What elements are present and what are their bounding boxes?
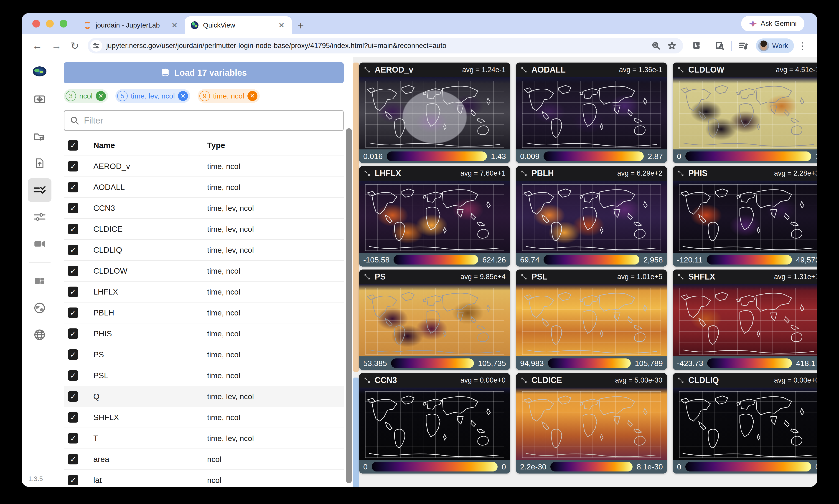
map-card[interactable]: PBLH avg = 6.29e+2 69.74 2,958: [516, 166, 667, 267]
minimize-window-button[interactable]: [46, 20, 54, 28]
map-card[interactable]: PHIS avg = 2.28e+3 -120.11 49,572: [673, 166, 817, 267]
row-checkbox[interactable]: ✓: [68, 391, 78, 402]
map-image[interactable]: [359, 388, 510, 460]
variable-list-icon[interactable]: [28, 178, 51, 202]
map-image[interactable]: [359, 284, 510, 356]
close-tab-icon[interactable]: ✕: [170, 21, 179, 30]
row-checkbox[interactable]: ✓: [68, 328, 78, 339]
dimension-chip[interactable]: 3 ncol ✕: [64, 89, 108, 103]
map-card[interactable]: CLDLOW avg = 4.51e-1 0 1: [673, 62, 817, 163]
extensions-icon[interactable]: [692, 41, 701, 50]
bookmark-star-icon[interactable]: [668, 41, 676, 50]
camera-icon[interactable]: [28, 232, 51, 256]
folder-sync-icon[interactable]: [28, 125, 51, 148]
file-upload-icon[interactable]: [28, 151, 51, 175]
url-text[interactable]: jupyter.nersc.gov/user/jourdain/perlmutt…: [106, 42, 648, 50]
map-image[interactable]: [516, 284, 667, 356]
row-checkbox[interactable]: ✓: [68, 287, 78, 297]
table-row[interactable]: ✓ Q time, lev, ncol: [64, 386, 344, 407]
map-image[interactable]: [516, 77, 667, 149]
ask-gemini-button[interactable]: Ask Gemini: [741, 16, 804, 31]
row-checkbox[interactable]: ✓: [68, 266, 78, 276]
close-window-button[interactable]: [32, 20, 40, 28]
table-scrollbar[interactable]: [346, 128, 352, 483]
select-all-checkbox[interactable]: ✓: [68, 140, 78, 150]
expand-icon[interactable]: [677, 273, 684, 280]
map-card[interactable]: LHFLX avg = 7.60e+1 -105.58 624.26: [359, 166, 510, 267]
map-card[interactable]: SHFLX avg = 1.31e+1 -423.73 418.17: [673, 270, 817, 370]
table-row[interactable]: ✓ AEROD_v time, ncol: [64, 156, 344, 177]
expand-icon[interactable]: [521, 377, 527, 384]
map-card[interactable]: PSL avg = 1.01e+5 94,983 105,789: [516, 270, 667, 370]
row-checkbox[interactable]: ✓: [68, 161, 78, 172]
table-row[interactable]: ✓ PBLH time, ncol: [64, 303, 344, 323]
profile-chip[interactable]: Work: [756, 38, 794, 53]
table-row[interactable]: ✓ lat ncol: [64, 470, 344, 487]
map-image[interactable]: [673, 181, 817, 253]
expand-view-icon[interactable]: [28, 87, 51, 111]
expand-icon[interactable]: [521, 170, 527, 177]
dimension-chip[interactable]: 9 time, ncol ✕: [197, 89, 260, 103]
media-controls-icon[interactable]: [739, 41, 748, 51]
table-row[interactable]: ✓ PS time, ncol: [64, 344, 344, 365]
table-row[interactable]: ✓ PSL time, ncol: [64, 365, 344, 386]
map-image[interactable]: [516, 181, 667, 253]
sliders-icon[interactable]: [28, 205, 51, 229]
table-row[interactable]: ✓ CLDICE time, lev, ncol: [64, 219, 344, 240]
map-image[interactable]: [359, 77, 510, 149]
row-checkbox[interactable]: ✓: [68, 245, 78, 255]
row-checkbox[interactable]: ✓: [68, 224, 78, 234]
table-row[interactable]: ✓ LHFLX time, ncol: [64, 282, 344, 303]
expand-icon[interactable]: [364, 273, 370, 280]
zoom-icon[interactable]: [652, 41, 660, 50]
expand-icon[interactable]: [521, 67, 527, 73]
expand-icon[interactable]: [677, 377, 684, 384]
filter-box[interactable]: [64, 110, 344, 131]
site-settings-icon[interactable]: [90, 40, 102, 52]
row-checkbox[interactable]: ✓: [68, 370, 78, 381]
chip-close-icon[interactable]: ✕: [247, 91, 258, 101]
reload-icon[interactable]: ↻: [66, 40, 84, 52]
map-card[interactable]: CLDLIQ avg = 0.00e+0 0 0: [673, 373, 817, 473]
back-arrow-icon[interactable]: ←: [28, 40, 47, 51]
layout-icon[interactable]: [28, 269, 51, 293]
expand-icon[interactable]: [364, 67, 370, 73]
map-image[interactable]: [516, 388, 667, 460]
earth-solid-icon[interactable]: [28, 296, 51, 320]
expand-icon[interactable]: [677, 67, 684, 73]
map-image[interactable]: [673, 77, 817, 149]
dimension-chip[interactable]: 5 time, lev, ncol ✕: [116, 89, 190, 103]
map-card[interactable]: AEROD_v avg = 1.24e-1 0.016 1.43: [359, 62, 510, 163]
table-row[interactable]: ✓ AODALL time, ncol: [64, 177, 344, 198]
map-card[interactable]: PS avg = 9.85e+4 53,385 105,735: [359, 270, 510, 370]
load-variables-button[interactable]: Load 17 variables: [64, 62, 344, 83]
table-row[interactable]: ✓ T time, lev, ncol: [64, 428, 344, 449]
close-tab-icon[interactable]: ✕: [277, 21, 286, 30]
table-row[interactable]: ✓ CCN3 time, lev, ncol: [64, 198, 344, 219]
app-logo-earth[interactable]: [33, 67, 47, 76]
row-checkbox[interactable]: ✓: [68, 433, 78, 444]
tab-quickview[interactable]: QuickView ✕: [185, 16, 292, 34]
tab-search-icon[interactable]: [715, 41, 724, 51]
expand-icon[interactable]: [364, 377, 370, 384]
row-checkbox[interactable]: ✓: [68, 182, 78, 193]
map-image[interactable]: [673, 284, 817, 356]
address-bar[interactable]: jupyter.nersc.gov/user/jourdain/perlmutt…: [88, 38, 683, 53]
zoom-window-button[interactable]: [59, 20, 67, 28]
table-row[interactable]: ✓ CLDLOW time, ncol: [64, 260, 344, 282]
map-card[interactable]: AODALL avg = 1.36e-1 0.009 2.87: [516, 62, 667, 163]
row-checkbox[interactable]: ✓: [68, 454, 78, 464]
row-checkbox[interactable]: ✓: [68, 307, 78, 318]
table-row[interactable]: ✓ SHFLX time, ncol: [64, 407, 344, 428]
table-row[interactable]: ✓ PHIS time, ncol: [64, 323, 344, 344]
forward-arrow-icon[interactable]: →: [47, 40, 66, 51]
expand-icon[interactable]: [677, 170, 684, 177]
map-image[interactable]: [673, 388, 817, 460]
row-checkbox[interactable]: ✓: [68, 203, 78, 213]
more-menu-icon[interactable]: ⋮: [798, 40, 807, 51]
chip-close-icon[interactable]: ✕: [178, 91, 188, 101]
table-row[interactable]: ✓ area ncol: [64, 449, 344, 470]
table-row[interactable]: ✓ CLDLIQ time, lev, ncol: [64, 240, 344, 260]
row-checkbox[interactable]: ✓: [68, 349, 78, 360]
map-image[interactable]: [359, 181, 510, 253]
